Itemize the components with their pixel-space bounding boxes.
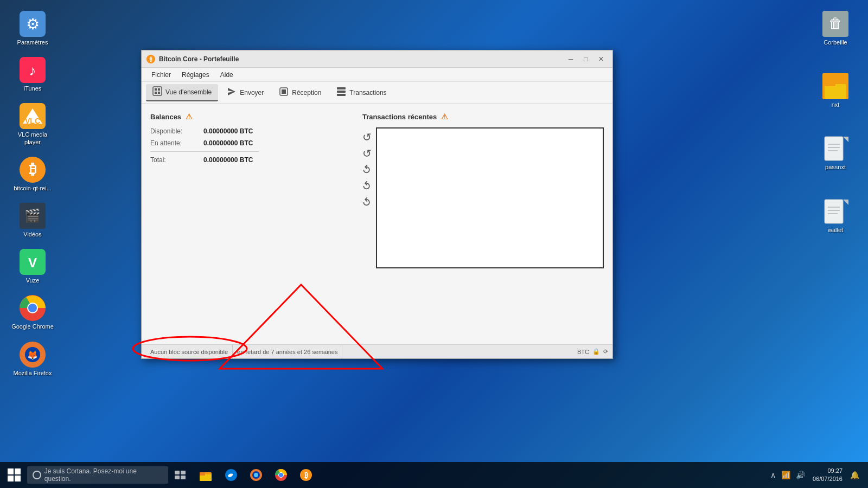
svg-rect-60	[200, 472, 205, 476]
svg-rect-30	[825, 200, 843, 223]
svg-rect-55	[181, 471, 186, 474]
svg-rect-52	[8, 476, 14, 481]
svg-rect-23	[825, 81, 835, 86]
desktop-icon-vuze[interactable]: V Vuze	[11, 249, 54, 284]
svg-text:♪: ♪	[29, 62, 36, 79]
svg-rect-56	[175, 476, 180, 479]
svg-rect-39	[155, 88, 157, 91]
chevron-up-icon[interactable]: ∧	[768, 470, 778, 480]
svg-marker-29	[843, 137, 848, 142]
desktop-icon-corbeille[interactable]: 🗑 Corbeille	[814, 11, 857, 46]
nxt-label: nxt	[832, 101, 840, 108]
balances-warning-icon: ⚠	[186, 112, 193, 121]
svg-point-15	[28, 304, 37, 312]
taskbar: Je suis Cortana. Posez-moi une question.	[0, 462, 868, 488]
bitcoin-icon: ₿	[20, 157, 46, 183]
chrome-label: Google Chrome	[11, 323, 54, 330]
close-button[interactable]: ✕	[594, 54, 608, 65]
balances-title: Balances ⚠	[150, 112, 352, 121]
svg-text:₿: ₿	[149, 56, 152, 62]
menu-fichier[interactable]: Fichier	[146, 70, 176, 80]
desktop-icon-wallet[interactable]: wallet	[814, 198, 857, 234]
system-icons: ∧ 📶 🔊	[768, 470, 807, 480]
total-row: Total: 0.00000000 BTC	[150, 156, 352, 164]
svg-rect-38	[153, 87, 162, 95]
start-button[interactable]	[2, 463, 26, 487]
edge-icon	[225, 468, 238, 481]
toolbar-envoyer[interactable]: Envoyer	[220, 85, 270, 101]
desktop-icon-nxt[interactable]: nxt	[814, 73, 857, 108]
taskbar-chrome[interactable]	[269, 463, 293, 487]
taskbar-edge[interactable]	[219, 463, 243, 487]
passnxt-icon	[822, 136, 848, 162]
firefox-icon: 🦊	[20, 342, 46, 368]
reception-icon	[279, 87, 289, 99]
network-icon[interactable]: 📶	[779, 470, 793, 480]
disponible-label: Disponible:	[150, 127, 199, 135]
envoyer-icon	[227, 87, 237, 99]
toolbar-transactions[interactable]: Transactions	[330, 85, 393, 101]
desktop-icon-passnxt[interactable]: passnxt	[814, 136, 857, 171]
svg-rect-24	[825, 137, 843, 160]
desktop-icons-right: 🗑 Corbeille nxt	[803, 0, 868, 250]
minimize-button[interactable]: ─	[564, 54, 578, 65]
vuze-icon: V	[20, 249, 46, 275]
file-explorer-icon	[200, 469, 213, 481]
chrome-icon	[20, 295, 46, 321]
svg-rect-46	[337, 91, 346, 93]
vlc-label: VLC media player	[11, 131, 54, 145]
menu-reglages[interactable]: Réglages	[176, 70, 215, 80]
taskbar-file-explorer[interactable]	[194, 463, 218, 487]
system-clock[interactable]: 09:27 06/07/2016	[809, 466, 846, 485]
svg-rect-41	[155, 92, 157, 94]
sync-icon: ⟳	[603, 348, 608, 355]
menubar: Fichier Réglages Aide	[142, 68, 612, 82]
menu-aide[interactable]: Aide	[215, 70, 239, 80]
desktop-icon-bitcoin[interactable]: ₿ bitcoin-qt-rei...	[11, 157, 54, 192]
toolbar-reception[interactable]: Réception	[272, 85, 328, 101]
desktop-icon-firefox[interactable]: 🦊 Mozilla Firefox	[11, 342, 54, 377]
en-attente-value: 0.00000000 BTC	[203, 139, 253, 147]
taskbar-bitcoin-icon: ₿	[299, 468, 312, 481]
task-view-button[interactable]	[169, 463, 191, 487]
svg-point-67	[279, 473, 283, 477]
disponible-row: Disponible: 0.00000000 BTC	[150, 127, 352, 135]
taskbar-chrome-icon	[275, 468, 288, 481]
taskbar-firefox[interactable]	[244, 463, 268, 487]
wallet-label: wallet	[828, 227, 843, 234]
maximize-button[interactable]: □	[579, 54, 593, 65]
passnxt-label: passnxt	[825, 164, 846, 171]
bitcoin-window: ₿ Bitcoin Core - Portefeuille ─ □ ✕ Fich…	[141, 50, 613, 359]
toolbar-vue-ensemble[interactable]: Vue d'ensemble	[146, 84, 218, 101]
parametres-icon: ⚙	[20, 11, 46, 37]
svg-text:V: V	[28, 255, 37, 270]
cortana-search[interactable]: Je suis Cortana. Posez-moi une question.	[27, 466, 168, 484]
notification-icon[interactable]: 🔔	[848, 470, 861, 480]
desktop-icon-parametres[interactable]: ⚙ Paramètres	[11, 11, 54, 46]
tx-arrow-2: ↺	[362, 148, 372, 159]
svg-marker-35	[843, 200, 848, 205]
en-attente-row: En attente: 0.00000000 BTC	[150, 139, 352, 147]
desktop-icon-itunes[interactable]: ♪ iTunes	[11, 57, 54, 92]
tx-icons-column: ↺ ↺ ↺ ↺ ↺	[362, 127, 372, 336]
svg-text:VLC: VLC	[25, 117, 40, 125]
svg-rect-44	[282, 89, 286, 94]
transactions-area: ↺ ↺ ↺ ↺ ↺ ... ... ... ...	[362, 127, 604, 336]
desktop-icon-chrome[interactable]: Google Chrome	[11, 295, 54, 330]
speaker-icon[interactable]: 🔊	[794, 470, 807, 480]
titlebar: ₿ Bitcoin Core - Portefeuille ─ □ ✕	[142, 50, 612, 68]
transactions-list	[376, 127, 604, 268]
svg-text:🎬: 🎬	[24, 208, 41, 223]
envoyer-label: Envoyer	[240, 89, 264, 97]
svg-text:₿: ₿	[29, 161, 36, 177]
transactions-warning-icon: ⚠	[441, 112, 448, 121]
taskbar-bitcoin[interactable]: ₿	[294, 463, 318, 487]
desktop-icon-vlc[interactable]: VLC VLC media player	[11, 103, 54, 145]
svg-text:⚙: ⚙	[26, 16, 40, 33]
taskbar-pinned-apps: ₿	[194, 463, 318, 487]
svg-rect-45	[337, 87, 346, 89]
total-label: Total:	[150, 156, 199, 164]
desktop-icon-videos[interactable]: 🎬 Vidéos	[11, 203, 54, 238]
itunes-icon: ♪	[20, 57, 46, 83]
status-currency: BTC	[577, 349, 589, 355]
